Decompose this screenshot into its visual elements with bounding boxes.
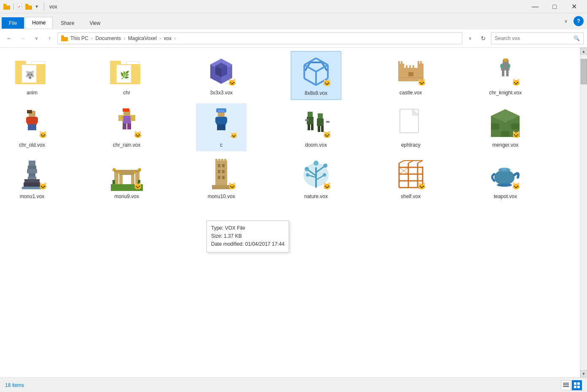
svg-rect-123 (218, 164, 220, 167)
tab-home[interactable]: Home (25, 17, 53, 29)
file-icon: 🐱 (204, 158, 238, 192)
scrollbar[interactable]: ▲ ▼ (580, 48, 587, 377)
tooltip-size: Size: 1.37 KB (211, 232, 284, 240)
file-grid: 🐺 anim 🌿 chr (7, 51, 573, 203)
tab-view[interactable]: View (82, 17, 107, 29)
title-bar: | ✓ ▼ vox — □ ✕ (0, 0, 587, 13)
svg-rect-38 (418, 64, 423, 76)
svg-rect-46 (413, 65, 414, 69)
svg-rect-166 (574, 382, 576, 385)
file-name: chr_old.vox (19, 142, 45, 148)
file-name: c (220, 142, 222, 148)
scroll-thumb[interactable] (581, 59, 587, 84)
close-button[interactable]: ✕ (564, 0, 584, 13)
list-item[interactable]: 🐺 anim (7, 51, 57, 100)
svg-rect-75 (217, 124, 221, 130)
list-item[interactable]: 🐱 castle.vox (386, 51, 436, 100)
file-name: menger.vox (492, 142, 518, 148)
list-item[interactable]: 🐱 menger.vox (480, 103, 531, 151)
svg-point-116 (138, 168, 141, 172)
list-item[interactable]: 🐱 teapot.vox (480, 155, 531, 203)
scroll-down-button[interactable]: ▼ (580, 370, 587, 377)
file-icon: 🐱 (299, 158, 333, 192)
list-item[interactable]: 🐱 monu10.vox (196, 155, 247, 203)
grid-view-button[interactable] (572, 380, 582, 390)
list-view-button[interactable] (561, 380, 571, 390)
svg-rect-101 (29, 161, 35, 166)
list-item[interactable]: 🐱 doom.vox (291, 103, 341, 151)
back-button[interactable]: ← (3, 32, 15, 44)
address-path[interactable]: This PC › Documents › MagicaVoxel › vox … (57, 32, 462, 44)
list-item[interactable]: 🐱 nature.vox (291, 155, 341, 203)
cat-badge: 🐱 (323, 131, 331, 139)
ribbon-right: ∨ ? (560, 16, 587, 26)
file-icon: 🐱 (110, 107, 144, 140)
list-item[interactable]: 🐱 c (196, 103, 247, 151)
svg-point-161 (502, 168, 507, 170)
file-name: castle.vox (399, 90, 422, 96)
ribbon-help-btn[interactable]: ? (574, 16, 584, 26)
cat-badge: 🐱 (512, 182, 520, 190)
svg-rect-114 (119, 172, 134, 175)
list-item[interactable]: 🐱 3x3x3.vox (196, 51, 247, 100)
nav-path-down-btn[interactable]: ∨ (464, 32, 476, 44)
svg-rect-126 (222, 170, 225, 173)
up-button[interactable]: ↑ (44, 32, 56, 44)
svg-point-141 (323, 164, 327, 168)
svg-rect-102 (28, 166, 36, 169)
file-icon: 🐱 (204, 107, 238, 140)
svg-rect-107 (24, 183, 40, 187)
file-icon: 🐺 (15, 54, 49, 88)
list-item[interactable]: 🐱 chr_old.vox (7, 103, 57, 151)
svg-rect-52 (502, 70, 504, 76)
svg-rect-163 (563, 383, 569, 384)
svg-rect-73 (215, 118, 218, 123)
list-item[interactable]: 🐱 monu1.vox (7, 155, 57, 203)
svg-rect-132 (224, 159, 226, 161)
svg-rect-120 (113, 180, 115, 184)
minimize-button[interactable]: — (525, 0, 545, 13)
file-icon: 🌿 (110, 54, 144, 88)
cat-badge: 🐱 (134, 131, 142, 139)
scroll-up-button[interactable]: ▲ (580, 48, 587, 55)
maximize-button[interactable]: □ (545, 0, 564, 13)
title-dropdown-icon[interactable]: ▼ (35, 4, 39, 9)
svg-rect-79 (308, 112, 313, 117)
title-bar-icons: | ✓ ▼ (3, 3, 39, 11)
tooltip-type: Type: VOX File (211, 224, 284, 232)
search-box[interactable]: 🔍 (491, 32, 584, 44)
title-bar-controls: — □ ✕ (525, 0, 584, 13)
list-view-icon (563, 382, 569, 388)
status-right (561, 380, 582, 390)
search-input[interactable] (495, 35, 574, 41)
forward-button[interactable]: → (17, 32, 29, 44)
list-item[interactable]: 🐱 shelf.vox (386, 155, 436, 203)
list-item[interactable]: ephtracy (386, 103, 436, 151)
svg-rect-15 (110, 61, 121, 65)
svg-rect-130 (218, 159, 220, 161)
svg-rect-111 (114, 170, 139, 172)
list-item[interactable]: 🐱 8x8x8.vox (291, 51, 341, 100)
svg-rect-1 (3, 4, 6, 6)
svg-rect-84 (317, 118, 324, 126)
nav-down-button[interactable]: ∨ (30, 32, 42, 44)
list-item[interactable]: 🐱 chr_rain.vox (102, 103, 152, 151)
svg-rect-10 (15, 61, 26, 65)
cat-badge: 🐱 (39, 131, 47, 139)
svg-rect-165 (563, 386, 569, 387)
svg-rect-69 (127, 124, 131, 129)
svg-rect-53 (506, 70, 509, 76)
cat-badge: 🐱 (512, 78, 520, 86)
svg-rect-104 (29, 173, 35, 177)
refresh-button[interactable]: ↻ (477, 32, 489, 44)
list-item[interactable]: 🌿 chr (102, 51, 152, 100)
list-item[interactable]: 🐱 chr_knight.vox (480, 51, 531, 100)
list-item[interactable]: 🐱 monu9.vox (102, 155, 152, 203)
ribbon-collapse-btn[interactable]: ∨ (560, 17, 572, 25)
svg-rect-59 (28, 124, 32, 130)
tab-share[interactable]: Share (54, 17, 81, 29)
tab-file[interactable]: File (2, 17, 24, 29)
file-icon: 🐱 (394, 54, 428, 88)
file-icon: 🐱 (299, 55, 333, 89)
ribbon-row: File Home Share View ∨ ? (0, 13, 587, 29)
